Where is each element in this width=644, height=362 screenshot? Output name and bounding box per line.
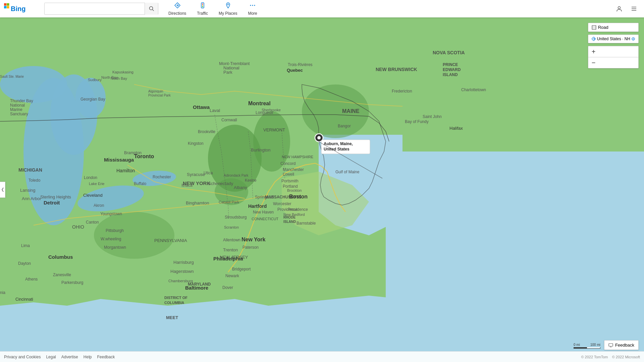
svg-text:Georgian Bay: Georgian Bay: [80, 97, 105, 102]
more-label: More: [248, 11, 257, 16]
nav-directions[interactable]: Directions: [164, 0, 191, 18]
svg-text:Scranton: Scranton: [224, 225, 239, 229]
svg-text:ISLAND: ISLAND: [283, 220, 296, 224]
svg-text:Ithaca: Ithaca: [181, 183, 193, 188]
svg-text:Bay of Fundy: Bay of Fundy: [405, 119, 429, 124]
svg-text:Springfield: Springfield: [255, 195, 274, 199]
footer-privacy[interactable]: Privacy and Cookies: [4, 355, 41, 359]
svg-text:Quebec: Quebec: [287, 68, 303, 73]
svg-text:Albany: Albany: [234, 185, 247, 190]
footer-feedback[interactable]: Feedback: [97, 355, 115, 359]
search-button[interactable]: [145, 3, 158, 15]
svg-text:MICHIGAN: MICHIGAN: [18, 167, 42, 173]
footer: Privacy and Cookies Legal Advertise Help…: [0, 351, 644, 362]
svg-text:Baltimore: Baltimore: [185, 285, 208, 291]
svg-text:Brookville: Brookville: [198, 129, 215, 134]
svg-text:Sault Ste. Marie: Sault Ste. Marie: [0, 75, 24, 78]
svg-point-16: [250, 5, 251, 6]
svg-text:NEW BRUNSWICK: NEW BRUNSWICK: [376, 67, 417, 72]
svg-text:Hagerstown: Hagerstown: [170, 269, 194, 274]
svg-point-5: [149, 7, 153, 10]
road-view-button[interactable]: Road: [588, 23, 639, 32]
svg-text:Parkersburg: Parkersburg: [61, 280, 83, 285]
svg-text:W.wheeling: W.wheeling: [101, 237, 121, 241]
svg-text:Ann Arbor: Ann Arbor: [22, 196, 41, 201]
map-svg[interactable]: MAINE VERMONT NEW HAMPSHIRE NEW YORK MAS…: [0, 17, 644, 362]
svg-text:Pittsburgh: Pittsburgh: [106, 228, 124, 233]
svg-text:Harrisburg: Harrisburg: [173, 260, 194, 265]
svg-point-169: [633, 39, 634, 40]
map-credit: © 2022 TomTom: [581, 355, 608, 359]
svg-text:PENNSYLVANIA: PENNSYLVANIA: [154, 238, 187, 243]
svg-text:New York: New York: [241, 237, 266, 242]
traffic-label: Traffic: [197, 11, 208, 16]
svg-text:Longueuil: Longueuil: [256, 110, 273, 115]
svg-text:Thunder Bay: Thunder Bay: [10, 99, 33, 103]
scale-line: [574, 347, 600, 349]
svg-text:Detroit: Detroit: [44, 200, 60, 205]
sidebar-toggle[interactable]: [0, 182, 5, 198]
feedback-label: Feedback: [615, 343, 634, 348]
svg-text:Dover: Dover: [222, 285, 233, 290]
svg-text:Barnstable: Barnstable: [297, 221, 316, 226]
svg-text:Marine: Marine: [10, 107, 22, 112]
svg-text:NEW HAMPSHIRE: NEW HAMPSHIRE: [282, 155, 313, 159]
directions-icon: [174, 2, 181, 10]
svg-text:Sterling Heights: Sterling Heights: [40, 194, 71, 199]
map-controls: Road United States · NH + −: [588, 23, 639, 68]
svg-text:Dayton: Dayton: [18, 261, 31, 266]
svg-text:Portland: Portland: [283, 184, 298, 189]
svg-text:Cleveland: Cleveland: [83, 193, 103, 198]
user-button[interactable]: [613, 3, 625, 15]
bing-logo[interactable]: Bing: [0, 3, 42, 15]
map-container[interactable]: MAINE VERMONT NEW HAMPSHIRE NEW YORK MAS…: [0, 17, 644, 362]
svg-text:Charlottetown: Charlottetown: [461, 87, 486, 92]
footer-copyright: © 2022 TomTom © 2022 Microsoft: [581, 355, 640, 359]
svg-text:Philadelphia: Philadelphia: [213, 256, 243, 261]
svg-text:Bridgeport: Bridgeport: [232, 267, 251, 272]
svg-text:Allentown: Allentown: [223, 238, 240, 242]
zoom-in-button[interactable]: +: [588, 46, 599, 57]
svg-text:Providence: Providence: [288, 207, 308, 212]
svg-text:NOVA SCOTIA: NOVA SCOTIA: [433, 50, 465, 55]
svg-text:Saint John: Saint John: [423, 114, 442, 119]
svg-text:Toledo: Toledo: [29, 178, 41, 183]
menu-button[interactable]: [628, 3, 640, 15]
svg-text:North Bay: North Bay: [101, 75, 118, 79]
nav-more[interactable]: More: [243, 0, 262, 18]
svg-text:Utica: Utica: [204, 171, 213, 175]
svg-text:MEET: MEET: [166, 315, 178, 320]
footer-help[interactable]: Help: [84, 355, 92, 359]
svg-text:VERMONT: VERMONT: [263, 127, 285, 132]
svg-text:ISLAND: ISLAND: [443, 72, 458, 77]
svg-text:Paterson: Paterson: [243, 245, 259, 250]
svg-text:Manchester: Manchester: [283, 167, 304, 172]
myplaces-label: My Places: [219, 11, 237, 16]
svg-text:Park: Park: [223, 70, 232, 75]
zoom-controls: + −: [588, 46, 639, 68]
feedback-button[interactable]: Feedback: [604, 340, 639, 350]
svg-text:Kingston: Kingston: [188, 141, 204, 146]
svg-text:Portsmith: Portsmith: [281, 179, 299, 183]
location-display[interactable]: United States · NH: [588, 35, 639, 43]
header-right: [613, 3, 644, 15]
svg-text:United States: United States: [324, 147, 350, 152]
svg-text:COLUMBIA: COLUMBIA: [164, 301, 184, 305]
svg-text:Hamilton: Hamilton: [116, 168, 135, 173]
svg-point-14: [202, 6, 203, 7]
nav-myplaces[interactable]: My Places: [214, 0, 242, 18]
svg-text:Sanctuary: Sanctuary: [10, 112, 28, 116]
header: Bing Auburn, Maine, United States Direct…: [0, 0, 644, 17]
footer-legal[interactable]: Legal: [46, 355, 56, 359]
nav-traffic[interactable]: Traffic: [192, 0, 213, 18]
search-input[interactable]: Auburn, Maine, United States: [45, 3, 145, 14]
svg-text:Syracuse: Syracuse: [187, 172, 205, 177]
svg-point-12: [202, 3, 203, 4]
svg-point-156: [317, 136, 321, 139]
svg-text:Algonquin: Algonquin: [148, 89, 163, 93]
svg-text:Akron: Akron: [94, 203, 104, 208]
footer-advertise[interactable]: Advertise: [61, 355, 78, 359]
zoom-out-button[interactable]: −: [588, 57, 599, 68]
svg-text:Gulf of Maine: Gulf of Maine: [335, 170, 360, 174]
svg-text:Trois-Rivières: Trois-Rivières: [288, 62, 313, 67]
